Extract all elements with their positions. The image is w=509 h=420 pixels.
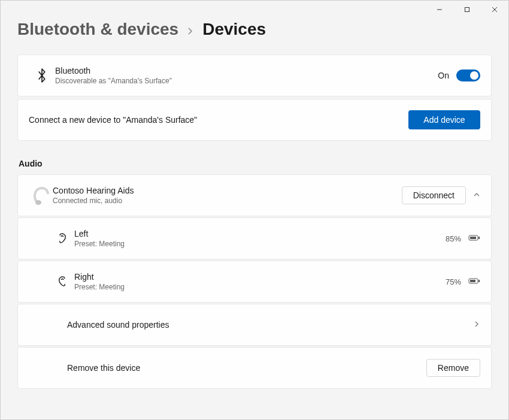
bluetooth-subtitle: Discoverable as "Amanda's Surface": [55, 77, 438, 85]
bluetooth-icon: [29, 68, 55, 83]
bluetooth-state-label: On: [438, 71, 449, 80]
breadcrumb-parent[interactable]: Bluetooth & devices: [17, 20, 178, 39]
remove-device-label: Remove this device: [67, 363, 426, 373]
battery-icon: [468, 234, 480, 243]
right-label: Right: [74, 272, 446, 282]
breadcrumb: Bluetooth & devices Devices: [17, 20, 492, 39]
svg-rect-9: [478, 280, 480, 282]
close-button[interactable]: [481, 1, 508, 19]
audio-section-header: Audio: [19, 159, 492, 168]
hearing-aid-icon: [29, 183, 53, 207]
remove-button[interactable]: Remove: [426, 359, 480, 377]
maximize-button[interactable]: [453, 1, 481, 19]
breadcrumb-current: Devices: [202, 20, 266, 39]
battery-icon: [468, 277, 480, 286]
window-controls: [426, 1, 508, 19]
svg-rect-1: [465, 8, 469, 12]
left-ear-card: Left Preset: Meeting 85%: [17, 217, 492, 259]
device-name: Contoso Hearing Aids: [53, 186, 402, 195]
remove-device-card: Remove this device Remove: [17, 347, 492, 389]
chevron-right-icon: [473, 321, 480, 330]
left-preset: Preset: Meeting: [74, 240, 446, 248]
bluetooth-toggle[interactable]: [456, 70, 480, 81]
device-header-card[interactable]: Contoso Hearing Aids Connected mic, audi…: [17, 174, 492, 216]
svg-rect-6: [478, 237, 480, 239]
right-battery: 75%: [446, 277, 461, 286]
bluetooth-title: Bluetooth: [55, 66, 438, 75]
connect-card: Connect a new device to "Amanda's Surfac…: [17, 99, 492, 141]
minimize-button[interactable]: [426, 1, 453, 19]
ear-left-icon: [50, 233, 74, 244]
left-label: Left: [74, 229, 446, 238]
disconnect-button[interactable]: Disconnect: [402, 186, 466, 204]
chevron-up-icon[interactable]: [473, 191, 480, 200]
ear-right-icon: [50, 276, 74, 287]
right-ear-card: Right Preset: Meeting 75%: [17, 261, 492, 303]
connect-text: Connect a new device to "Amanda's Surfac…: [29, 115, 408, 125]
svg-rect-7: [470, 237, 476, 239]
advanced-sound-label: Advanced sound properties: [67, 320, 473, 330]
svg-point-4: [35, 200, 41, 205]
add-device-button[interactable]: Add device: [408, 110, 480, 129]
bluetooth-card: Bluetooth Discoverable as "Amanda's Surf…: [17, 55, 492, 96]
right-preset: Preset: Meeting: [74, 283, 446, 291]
advanced-sound-card[interactable]: Advanced sound properties: [17, 304, 492, 346]
svg-rect-10: [470, 280, 475, 282]
device-status: Connected mic, audio: [53, 197, 402, 205]
left-battery: 85%: [446, 234, 461, 243]
chevron-right-icon: [187, 25, 194, 38]
